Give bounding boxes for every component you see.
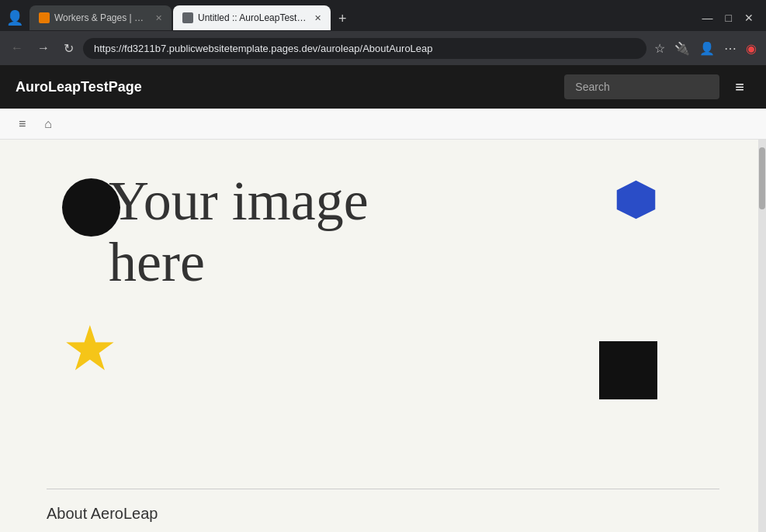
forward-button[interactable]: → bbox=[33, 38, 54, 58]
close-button[interactable]: ✕ bbox=[738, 9, 760, 27]
svg-rect-0 bbox=[184, 14, 192, 22]
scrollbar[interactable] bbox=[758, 140, 766, 532]
address-input[interactable] bbox=[83, 38, 646, 59]
blue-hexagon-decoration bbox=[615, 178, 657, 221]
about-title: About AeroLeap bbox=[47, 505, 158, 522]
yellow-star-decoration: ★ bbox=[62, 318, 118, 380]
new-tab-button[interactable]: + bbox=[332, 8, 353, 30]
content-area: Your image here ★ bbox=[47, 171, 719, 465]
hamburger-button[interactable]: ≡ bbox=[729, 75, 750, 99]
site-title: AuroLeapTestPage bbox=[16, 79, 564, 95]
tab-auroleap-close[interactable]: ✕ bbox=[314, 13, 321, 23]
black-square-decoration bbox=[599, 341, 657, 399]
tab-list: Workers & Pages | Peterandersjol... ✕ Un… bbox=[29, 5, 690, 30]
auroleap-favicon bbox=[182, 12, 193, 23]
profile-icon-btn[interactable]: 👤 bbox=[696, 38, 718, 59]
tab-workers-close[interactable]: ✕ bbox=[155, 13, 162, 23]
main-content: Your image here ★ About AeroLeap Next th… bbox=[0, 140, 766, 532]
black-circle-decoration bbox=[62, 178, 120, 237]
maximize-button[interactable]: □ bbox=[719, 9, 738, 27]
back-button[interactable]: ← bbox=[6, 38, 28, 58]
reload-button[interactable]: ↻ bbox=[59, 38, 78, 59]
tab-workers[interactable]: Workers & Pages | Peterandersjol... ✕ bbox=[29, 5, 172, 30]
workers-favicon bbox=[39, 12, 50, 23]
home-button[interactable]: ⌂ bbox=[41, 114, 55, 134]
bookmark-button[interactable]: ☆ bbox=[651, 38, 668, 59]
more-button[interactable]: ⋯ bbox=[721, 38, 740, 59]
toolbar-icons: ☆ 🔌 👤 ⋯ ◉ bbox=[651, 38, 760, 59]
scroll-thumb[interactable] bbox=[759, 147, 765, 209]
tab-workers-label: Workers & Pages | Peterandersjol... bbox=[54, 12, 147, 23]
search-input[interactable] bbox=[564, 74, 719, 99]
extensions-button[interactable]: 🔌 bbox=[671, 38, 693, 59]
tab-auroleap-label: Untitled :: AuroLeapTestPage bbox=[198, 12, 307, 23]
address-bar-row: ← → ↻ ☆ 🔌 👤 ⋯ ◉ bbox=[0, 31, 766, 65]
site-navbar: AuroLeapTestPage ≡ bbox=[0, 65, 766, 109]
minimize-button[interactable]: — bbox=[696, 9, 719, 27]
about-section: About AeroLeap bbox=[47, 489, 719, 523]
tab-auroleap[interactable]: Untitled :: AuroLeapTestPage ✕ bbox=[173, 5, 331, 30]
profile-icon[interactable]: 👤 bbox=[6, 9, 23, 26]
colorful-icon[interactable]: ◉ bbox=[743, 38, 760, 59]
sub-nav: ≡ ⌂ bbox=[0, 109, 766, 140]
list-view-button[interactable]: ≡ bbox=[16, 114, 29, 134]
svg-marker-1 bbox=[617, 181, 656, 219]
browser-tab-bar: 👤 Workers & Pages | Peterandersjol... ✕ … bbox=[0, 0, 766, 31]
